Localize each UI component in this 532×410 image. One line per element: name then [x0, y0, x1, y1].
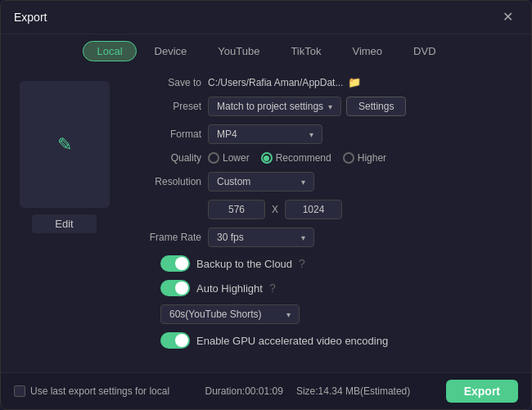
format-label: Format [136, 128, 201, 140]
gpu-toggle-knob [175, 334, 188, 347]
window-title: Export [14, 11, 47, 24]
duration-info: Duration:00:01:09 [205, 385, 282, 397]
pencil-icon: ✎ [57, 134, 72, 155]
quality-higher-radio[interactable] [343, 152, 354, 164]
preset-row: Preset Match to project settings ▾ Setti… [136, 97, 515, 116]
footer-left: Use last export settings for local [14, 385, 169, 397]
quality-lower[interactable]: Lower [208, 152, 250, 164]
backup-toggle-knob [175, 257, 188, 270]
format-select-text: MP4 [217, 128, 237, 140]
tab-dvd[interactable]: DVD [400, 41, 449, 61]
resolution-label: Resolution [136, 176, 201, 187]
resolution-row: Resolution Custom ▾ [136, 172, 515, 191]
save-to-label: Save to [136, 77, 201, 88]
settings-panel: Save to C:/Users/Rafia Aman/AppDat... 📁 … [128, 68, 531, 372]
close-button[interactable]: ✕ [498, 9, 518, 25]
export-button[interactable]: Export [446, 380, 518, 403]
title-bar: Export ✕ [1, 1, 531, 34]
backup-row: Backup to the Cloud ? [160, 255, 515, 272]
auto-highlight-toggle[interactable] [160, 280, 190, 296]
highlight-duration-select[interactable]: 60s(YouTube Shorts) ▾ [160, 304, 300, 324]
preset-label: Preset [136, 101, 201, 112]
auto-highlight-label: Auto Highlight [196, 282, 263, 295]
quality-higher-label: Higher [358, 152, 386, 164]
quality-lower-label: Lower [223, 152, 250, 164]
resolution-height-input[interactable] [285, 200, 342, 219]
tab-vimeo[interactable]: Vimeo [339, 41, 395, 61]
tab-tiktok[interactable]: TikTok [277, 41, 334, 61]
backup-info-icon[interactable]: ? [299, 257, 305, 270]
tab-youtube[interactable]: YouTube [205, 41, 273, 61]
preset-select[interactable]: Match to project settings ▾ [208, 97, 341, 116]
resolution-select-text: Custom [217, 176, 250, 187]
quality-options: Lower Recommend Higher [208, 152, 386, 164]
resolution-value: Custom ▾ [208, 172, 515, 191]
frame-rate-label: Frame Rate [136, 232, 201, 243]
frame-rate-select-text: 30 fps [217, 232, 244, 243]
footer-center: Duration:00:01:09 Size:14.34 MB(Estimate… [205, 385, 410, 397]
quality-row: Quality Lower Recommend Higher [136, 152, 515, 164]
frame-rate-value: 30 fps ▾ [208, 228, 515, 247]
resolution-select[interactable]: Custom ▾ [208, 172, 314, 191]
gpu-toggle[interactable] [160, 332, 190, 349]
save-to-path: C:/Users/Rafia Aman/AppDat... [208, 77, 343, 88]
quality-lower-radio[interactable] [208, 152, 219, 164]
format-select[interactable]: MP4 ▾ [208, 124, 322, 144]
quality-recommend-radio[interactable] [261, 152, 273, 164]
resolution-x-label: X [272, 204, 278, 215]
format-chevron-icon: ▾ [309, 130, 313, 139]
last-export-checkbox[interactable] [14, 385, 25, 397]
preview-thumbnail: ✎ [20, 81, 110, 208]
highlight-duration-row: 60s(YouTube Shorts) ▾ [160, 304, 515, 324]
preview-panel: ✎ Edit [1, 68, 128, 372]
preset-chevron-icon: ▾ [328, 102, 332, 111]
quality-recommend[interactable]: Recommend [261, 152, 331, 164]
quality-recommend-radio-inner [264, 155, 269, 161]
preset-select-text: Match to project settings [217, 101, 323, 112]
tab-bar: Local Device YouTube TikTok Vimeo DVD [1, 34, 531, 68]
tab-local[interactable]: Local [83, 41, 136, 61]
save-to-row: Save to C:/Users/Rafia Aman/AppDat... 📁 [136, 76, 515, 88]
format-row: Format MP4 ▾ [136, 124, 515, 144]
main-content: ✎ Edit Save to C:/Users/Rafia Aman/AppDa… [1, 68, 531, 372]
frame-rate-row: Frame Rate 30 fps ▾ [136, 228, 515, 247]
resolution-inputs: X [208, 200, 515, 219]
auto-highlight-row: Auto Highlight ? [160, 280, 515, 296]
frame-rate-chevron-icon: ▾ [301, 233, 305, 242]
gpu-row: Enable GPU accelerated video encoding [160, 332, 515, 349]
footer: Use last export settings for local Durat… [1, 372, 531, 409]
last-export-label: Use last export settings for local [30, 385, 169, 397]
edit-button[interactable]: Edit [32, 214, 96, 233]
quality-higher[interactable]: Higher [343, 152, 386, 164]
backup-label: Backup to the Cloud [196, 258, 292, 270]
settings-button[interactable]: Settings [346, 97, 406, 116]
auto-highlight-info-icon[interactable]: ? [269, 282, 276, 295]
highlight-duration-text: 60s(YouTube Shorts) [169, 309, 262, 320]
preset-value: Match to project settings ▾ Settings [208, 97, 515, 116]
format-value: MP4 ▾ [208, 124, 515, 144]
auto-highlight-toggle-knob [175, 282, 188, 295]
quality-recommend-label: Recommend [276, 152, 331, 164]
size-info: Size:14.34 MB(Estimated) [296, 385, 410, 397]
resolution-width-input[interactable] [208, 200, 265, 219]
last-export-checkbox-label[interactable]: Use last export settings for local [14, 385, 169, 397]
tab-device[interactable]: Device [142, 41, 201, 61]
save-to-value: C:/Users/Rafia Aman/AppDat... 📁 [208, 76, 515, 88]
export-window: Export ✕ Local Device YouTube TikTok Vim… [0, 0, 532, 410]
gpu-label: Enable GPU accelerated video encoding [196, 335, 388, 347]
frame-rate-select[interactable]: 30 fps ▾ [208, 228, 314, 247]
highlight-duration-chevron-icon: ▾ [286, 310, 291, 319]
resolution-chevron-icon: ▾ [301, 178, 305, 187]
quality-label: Quality [136, 152, 201, 164]
backup-toggle[interactable] [160, 255, 190, 272]
folder-icon[interactable]: 📁 [348, 76, 361, 88]
